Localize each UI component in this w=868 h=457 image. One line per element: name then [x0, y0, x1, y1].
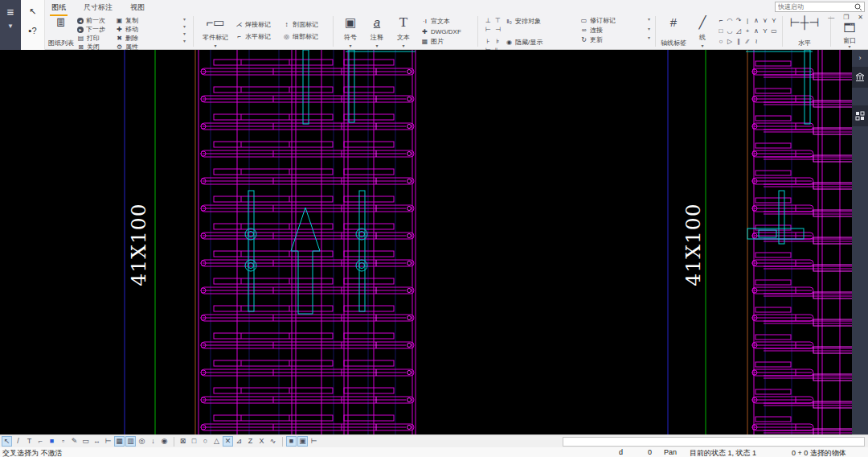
select-dim-line-icon[interactable]: ⊢ — [103, 436, 113, 447]
update-button[interactable]: ↻更新 — [580, 35, 616, 44]
shape-tool-icon[interactable]: ◿ — [735, 27, 743, 36]
move-button[interactable]: ✚移动 — [116, 25, 138, 34]
shape-tool-icon[interactable]: ⁄⁄ — [743, 37, 751, 47]
delete-flyout-caret[interactable]: ▾ — [183, 31, 186, 37]
shape-tool-icon[interactable]: ⋎ — [761, 16, 769, 26]
tab-dimension[interactable]: 尺寸标注 — [82, 0, 114, 14]
detail-mark-button[interactable]: ◎细部标记 — [283, 32, 318, 41]
image-button[interactable]: ▦图片 — [421, 37, 461, 46]
shape-tool-icon[interactable]: ∧ — [752, 16, 760, 26]
symbol-button[interactable]: ▣ 符号 ▾ — [339, 14, 362, 47]
select-zoom-icon[interactable]: ◎ — [137, 436, 147, 447]
snap-nearest-icon[interactable]: X — [256, 436, 267, 447]
shape-tool-icon[interactable]: Y — [761, 27, 769, 36]
shape-tool-icon[interactable]: ⊦ — [484, 38, 493, 46]
inquire-tool-button[interactable]: ▪? — [25, 23, 41, 39]
select-level-mark-icon[interactable]: ⌐ — [35, 436, 46, 447]
drawing-list-button[interactable]: 🗏 图纸列表 — [47, 14, 76, 47]
level-tool-button[interactable]: ⊢┼⊣ 水平 — [792, 14, 817, 47]
print-button[interactable]: ▤打印 — [77, 34, 105, 43]
level-mark-button[interactable]: ⌐水平标记 — [235, 32, 271, 41]
select-dimension-icon[interactable]: ↔ — [92, 436, 102, 447]
grid-label-button[interactable]: # 轴线标签 — [659, 14, 688, 47]
copy-button[interactable]: ▣复制 — [116, 16, 138, 25]
select-text-icon[interactable]: T — [24, 436, 35, 447]
snap-extension-icon[interactable]: Z — [245, 436, 256, 447]
select-point-icon[interactable]: ✎ — [69, 436, 80, 447]
shape-tool-icon[interactable]: ▭ — [770, 27, 778, 36]
pointer-tool-button[interactable]: ↖ — [25, 3, 41, 19]
previous-drawing-button[interactable]: ◄前一次 — [77, 16, 105, 25]
select-grid-line-icon[interactable]: ▥ — [125, 436, 136, 447]
shape-tool-icon[interactable]: | — [743, 16, 751, 26]
shape-tool-icon[interactable]: ◠ — [726, 16, 734, 26]
restore-icon[interactable]: ❐ — [843, 14, 849, 21]
select-area-icon[interactable]: ▭ — [80, 436, 91, 447]
select-gear-icon[interactable]: ◉ — [159, 436, 170, 447]
select-part-icon[interactable]: ■ — [47, 436, 57, 447]
snap-intersection-icon[interactable]: ✕ — [223, 436, 233, 447]
note-button[interactable]: a 注释 ▾ — [366, 14, 388, 47]
select-grid-icon[interactable]: ▦ — [114, 436, 125, 447]
close-icon[interactable]: ✕ — [858, 14, 863, 21]
shape-tool-icon[interactable]: ⊤ — [493, 17, 502, 25]
properties-pane-button[interactable] — [852, 67, 868, 88]
select-pin-icon[interactable]: ↓ — [148, 436, 158, 447]
text-button[interactable]: T 文本 ▾ — [392, 14, 415, 47]
properties-flyout-caret[interactable]: ▾ — [183, 39, 186, 44]
hide-show-button[interactable]: ◉隐藏/显示 — [506, 38, 542, 47]
window-button[interactable]: 🗔 窗口 ▾ — [836, 19, 863, 48]
snap-reference-icon[interactable]: ⊢ — [309, 436, 319, 447]
main-menu-button[interactable]: ≡ ▼ — [0, 0, 21, 50]
snap-points-icon[interactable]: ⊠ — [178, 436, 188, 447]
move-flyout-caret[interactable]: ▾ — [183, 24, 186, 30]
line-caret[interactable]: ▾ — [701, 44, 703, 47]
shape-tool-icon[interactable]: ○ — [717, 37, 725, 47]
shape-tool-icon[interactable]: ∧ — [752, 27, 760, 36]
revision-caret[interactable]: ▾ — [648, 17, 650, 23]
snap-free-icon[interactable]: ▣ — [297, 436, 308, 447]
shape-tool-icon[interactable]: □ — [717, 27, 725, 36]
shape-tool-icon[interactable]: ≀ — [752, 37, 760, 47]
snap-midpoint-icon[interactable]: △ — [211, 436, 222, 447]
shape-tool-icon[interactable]: ⌐ — [717, 16, 725, 26]
weld-mark-button[interactable]: ⋌焊接标记 — [235, 20, 271, 29]
next-drawing-button[interactable]: ►下一步 — [77, 25, 105, 34]
shape-tool-icon[interactable]: ∥ — [735, 37, 743, 47]
minimize-icon[interactable]: — — [828, 14, 834, 21]
shape-tool-icon[interactable]: ▷ — [726, 37, 734, 47]
shape-tool-icon[interactable]: ↷ — [735, 16, 743, 26]
shape-tool-icon[interactable]: ⊧ — [493, 38, 502, 46]
part-mark-caret[interactable]: ▾ — [214, 44, 216, 47]
copy-flyout-caret[interactable]: ▾ — [183, 17, 186, 23]
note-caret[interactable]: ▾ — [375, 44, 378, 47]
shape-tool-icon[interactable]: ⊢ — [484, 26, 493, 34]
select-line-icon[interactable]: / — [13, 436, 23, 447]
part-mark-button[interactable]: ⌐▭ 零件标记 ▾ — [199, 14, 231, 47]
text-caret[interactable]: ▾ — [402, 44, 404, 47]
dwg-dxf-button[interactable]: ✚DWG/DXF — [421, 28, 461, 35]
shape-tool-icon[interactable]: ⊥ — [484, 17, 493, 25]
link-caret[interactable]: ▾ — [648, 27, 650, 32]
select-arrow-icon[interactable]: ↖ — [2, 436, 12, 447]
arrange-objects-button[interactable]: ‖₀安排对象 — [506, 17, 541, 26]
snap-endpoint-icon[interactable]: □ — [189, 436, 199, 447]
drawing-canvas[interactable]: 41X100 41X100 — [0, 50, 852, 434]
quick-launch-input[interactable] — [776, 3, 854, 10]
window-caret[interactable]: ▾ — [848, 45, 850, 48]
delete-button[interactable]: ✖删除 — [116, 34, 138, 43]
line-tool-button[interactable]: ╱ 线 ▾ — [694, 14, 710, 47]
select-mark-icon[interactable]: ▫ — [58, 436, 68, 447]
revision-mark-button[interactable]: ▭修订标记 — [580, 16, 616, 25]
update-caret[interactable]: ▾ — [648, 35, 650, 41]
tab-view[interactable]: 视图 — [129, 0, 146, 14]
side-pane-collapse-icon[interactable]: › — [852, 50, 868, 67]
shape-tool-icon[interactable]: ◡ — [726, 27, 734, 36]
snap-perpendicular-icon[interactable]: ⊿ — [234, 436, 244, 447]
section-mark-button[interactable]: ↕剖面标记 — [283, 20, 318, 29]
shape-tool-icon[interactable]: ⊣ — [493, 26, 502, 34]
shape-tool-icon[interactable]: Y — [770, 16, 778, 26]
link-button[interactable]: ∞连接 — [580, 26, 616, 35]
quick-launch-search[interactable] — [775, 2, 865, 12]
snap-any-icon[interactable]: ∿ — [268, 436, 278, 447]
